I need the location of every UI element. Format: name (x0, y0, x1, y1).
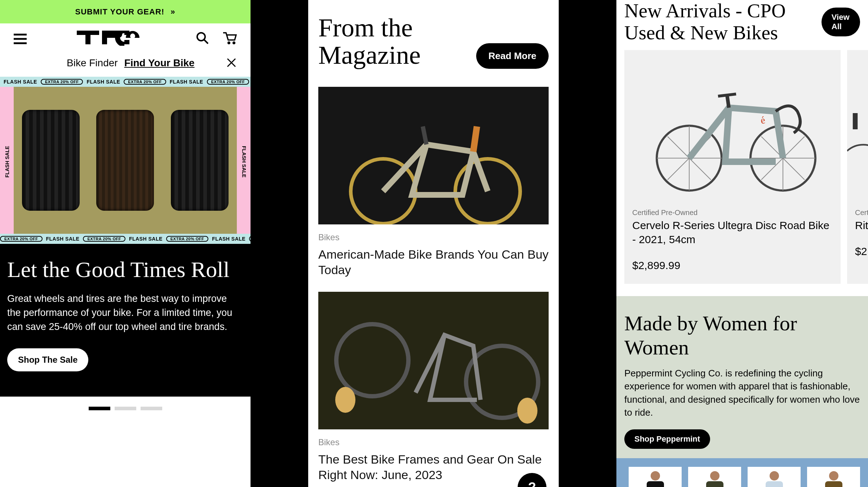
read-more-button[interactable]: Read More (476, 43, 549, 69)
women-body: Peppermint Cycling Co. is redefining the… (624, 367, 860, 419)
svg-rect-4 (85, 31, 90, 44)
flash-sale-ribbon-top: FLASH SALEEXTRA 20% OFF FLASH SALEEXTRA … (0, 77, 251, 87)
magazine-title: From the Magazine (318, 14, 476, 69)
mobile-screen-arrivals: New Arrivals - CPO Used & New Bikes View… (616, 0, 868, 487)
svg-point-23 (517, 398, 537, 424)
svg-rect-7 (124, 40, 129, 44)
product-thumb[interactable] (807, 467, 860, 487)
mobile-screen-home: SUBMIT YOUR GEAR! » (0, 0, 251, 487)
hero-image: FLASH SALEEXTRA 20% OFF FLASH SALEEXTRA … (0, 77, 251, 244)
chevron-right-icon: » (170, 0, 175, 23)
article-title: The Best Bike Frames and Gear On Sale Ri… (318, 452, 549, 482)
article-card[interactable]: Bikes The Best Bike Frames and Gear On S… (308, 292, 559, 487)
article-image (318, 292, 549, 429)
app-header (0, 23, 251, 54)
article-category: Bikes (318, 437, 549, 447)
article-image (318, 87, 549, 224)
carousel-dot[interactable] (89, 407, 110, 410)
carousel-dot[interactable] (141, 407, 162, 410)
bike-finder-bar: Bike Finder Find Your Bike (0, 54, 251, 77)
article-category: Bikes (318, 232, 549, 242)
submit-gear-label: SUBMIT YOUR GEAR! (75, 7, 165, 16)
product-name: Cervelo R-Series Ultegra Disc Road Bike … (624, 217, 841, 246)
bike-finder-label: Bike Finder (67, 57, 118, 69)
product-price: $2,899.99 (624, 246, 841, 275)
hero-text: Let the Good Times Roll Great wheels and… (0, 244, 251, 397)
mobile-screen-magazine: From the Magazine Read More Bikes Americ… (308, 0, 559, 487)
product-thumb[interactable] (629, 467, 682, 487)
svg-rect-6 (124, 31, 129, 35)
shop-sale-button[interactable]: Shop The Sale (7, 348, 88, 371)
product-card[interactable]: Certified Ritch $2,04 (847, 50, 868, 284)
svg-point-8 (197, 33, 205, 41)
svg-point-11 (232, 41, 235, 44)
product-name: Ritch (847, 217, 868, 232)
svg-line-36 (718, 94, 736, 96)
svg-rect-5 (102, 31, 107, 44)
product-thumb[interactable] (748, 467, 801, 487)
product-image (847, 50, 868, 209)
svg-point-10 (227, 41, 230, 44)
view-all-button[interactable]: View All (821, 8, 860, 36)
hero-body: Great wheels and tires are the best way … (7, 292, 238, 334)
svg-line-9 (204, 40, 208, 44)
submit-gear-banner[interactable]: SUBMIT YOUR GEAR! » (0, 0, 251, 23)
svg-line-35 (727, 95, 729, 108)
article-title: American-Made Bike Brands You Can Buy To… (318, 247, 549, 277)
tire-image (22, 110, 80, 211)
tire-image (171, 110, 229, 211)
svg-point-22 (335, 387, 355, 413)
women-title: Made by Women for Women (624, 311, 860, 359)
hero-title: Let the Good Times Roll (7, 257, 243, 282)
product-image: é (624, 50, 841, 209)
tire-image (96, 110, 154, 211)
women-section: Made by Women for Women Peppermint Cycli… (616, 296, 868, 458)
flash-sale-ribbon-right: FLASH SALE (237, 87, 251, 234)
flash-sale-ribbon-left: FLASH SALE (0, 87, 14, 234)
product-carousel[interactable]: é Certified Pre-Owned Cervelo R-Series U… (616, 50, 868, 296)
product-price: $2,04 (847, 232, 868, 261)
shop-peppermint-button[interactable]: Shop Peppermint (624, 429, 710, 449)
cpo-badge: Certified Pre-Owned (624, 209, 841, 217)
svg-line-18 (473, 126, 477, 152)
product-thumb[interactable] (688, 467, 741, 487)
women-products[interactable] (616, 458, 868, 487)
menu-icon[interactable] (14, 33, 30, 45)
new-arrivals-title: New Arrivals - CPO Used & New Bikes (624, 0, 821, 44)
flash-sale-ribbon-bottom: EXTRA 20% OFFFLASH SALE EXTRA 20% OFFFLA… (0, 234, 251, 244)
svg-text:é: é (760, 114, 766, 126)
logo[interactable] (30, 31, 196, 47)
search-icon[interactable] (196, 31, 209, 46)
product-card[interactable]: é Certified Pre-Owned Cervelo R-Series U… (624, 50, 841, 284)
article-card[interactable]: Bikes American-Made Bike Brands You Can … (308, 87, 559, 292)
cart-icon[interactable] (222, 31, 237, 46)
cpo-badge: Certified (847, 209, 868, 217)
carousel-dots (0, 397, 251, 420)
close-icon[interactable] (226, 57, 237, 70)
bike-finder-link[interactable]: Find Your Bike (124, 57, 195, 69)
carousel-dot[interactable] (115, 407, 136, 410)
